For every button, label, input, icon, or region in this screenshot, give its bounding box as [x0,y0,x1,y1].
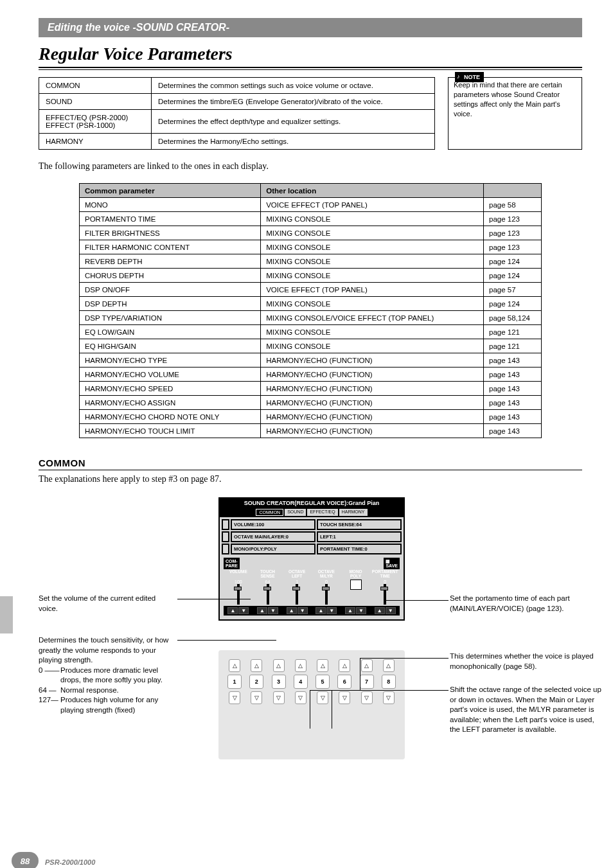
lcd-cell-touch: TOUCH SENSE:64 [317,519,402,530]
leader-line [177,599,251,599]
leader-line [310,690,449,691]
panel-up-button: △ [317,659,328,672]
compare-badge: COM- PARE [224,558,240,569]
linked-loc: HARMONY/ECHO (FUNCTION) [261,410,484,424]
linked-page: page 123 [484,212,542,226]
category-name: SOUND [39,94,152,110]
linked-page: page 143 [484,382,542,396]
slider-head: MONO POLY [341,569,371,578]
up-arrow-icon: ▲ [375,607,385,614]
linked-row: FILTER HARMONIC CONTENTMIXING CONSOLEpag… [80,240,542,254]
slider-head: VOLUME [224,569,253,578]
category-row: HARMONYDetermines the Harmony/Echo setti… [39,134,435,150]
panel-up-button: △ [273,659,285,672]
category-desc: Determines the timbre/EG (Envelope Gener… [152,94,435,110]
linked-row: REVERB DEPTHMIXING CONSOLEpage 124 [80,254,542,269]
callout-octave-text: Shift the octave range of the selected v… [450,686,601,733]
linked-head-param: Common parameter [80,184,261,198]
down-arrow-icon: ▼ [356,607,366,614]
linked-loc: MIXING CONSOLE [261,325,484,339]
callout-portamento: Set the portamento time of each part (MA… [450,594,604,614]
touch-list-item: 127—Produces high volume for any playing… [39,695,173,715]
page-title: Regular Voice Parameters [39,44,582,64]
linked-page: page 123 [484,226,542,240]
title-rule: Regular Voice Parameters [39,44,582,68]
physical-panel: △1▽△2▽△3▽△4▽△5▽△6▽△7▽△8▽ [218,650,405,759]
linked-loc: MIXING CONSOLE [261,297,484,311]
slider: MONO POLY [341,578,371,606]
category-name: EFFECT/EQ (PSR-2000) EFFECT (PSR-1000) [39,110,152,134]
linked-page: page 121 [484,339,542,353]
touch-list-text: Produces more dramatic level drops, the … [60,666,173,686]
panel-down-button: ▽ [229,691,240,704]
slider: 100 [224,578,253,606]
linked-page: page 143 [484,396,542,410]
updown-group: ▲▼ [224,607,253,614]
linked-page: page 121 [484,325,542,339]
touch-list-num: 64 — [39,686,60,696]
linked-intro: The following parameters are linked to t… [39,161,582,172]
linked-loc: MIXING CONSOLE [261,212,484,226]
panel-button-group: △2▽ [248,659,265,704]
panel-number-button: 6 [337,675,351,689]
panel-down-button: ▽ [295,691,306,704]
section-heading-common: COMMON [39,457,582,470]
lcd-cell-left: LEFT:1 [317,531,402,542]
linked-param: EQ LOW/GAIN [80,325,261,339]
leader-line [310,690,310,729]
panel-number-button: 1 [227,675,242,689]
callout-volume-text: Set the volume of the current edited voi… [39,594,155,612]
linked-loc: HARMONY/ECHO (FUNCTION) [261,368,484,382]
linked-page: page 124 [484,297,542,311]
panel-button-group: △6▽ [336,659,353,704]
chapter-header: Editing the voice -SOUND CREATOR- [39,18,582,37]
side-tab [0,596,13,633]
panel-button-group: △7▽ [359,659,375,704]
lcd-title: SOUND CREATOR(REGULAR VOICE):Grand Pian [220,499,404,508]
linked-page: page 143 [484,410,542,424]
panel-down-button: ▽ [339,691,350,704]
updown-group: ▲▼ [370,607,400,614]
linked-param: PORTAMENTO TIME [80,212,261,226]
slider-track [267,584,269,605]
updown-group: ▲▼ [282,607,312,614]
section-intro: The explanations here apply to step #3 o… [39,474,582,484]
panel-up-button: △ [295,659,306,672]
linked-param: MONO [80,198,261,212]
touch-list-num: 127— [39,695,60,715]
slider-track [384,584,386,605]
lcd-row-stub [222,544,229,554]
slider-value: 1 [296,580,298,584]
linked-loc: MIXING CONSOLE [261,254,484,269]
linked-row: HARMONY/ECHO TOUCH LIMITHARMONY/ECHO (FU… [80,424,542,438]
touch-list-num: 0 —— [39,666,60,686]
panel-down-button: ▽ [317,691,328,704]
lcd-tab-harmony: HARMONY [339,509,368,516]
slider-head: OCTAVE LEFT [282,569,312,578]
slider-value: 0 [384,580,386,584]
linked-param: FILTER BRIGHTNESS [80,226,261,240]
callout-mono: This determines whether the voice is pla… [450,651,604,671]
category-desc: Determines the Harmony/Echo settings. [152,134,435,150]
linked-param: DSP DEPTH [80,297,261,311]
slider-head: TOUCH SENSE [253,569,283,578]
linked-loc: HARMONY/ECHO (FUNCTION) [261,353,484,368]
panel-button-group: △5▽ [314,659,331,704]
touch-list-text: Normal response. [60,686,119,696]
callout-mono-text: This determines whether the voice is pla… [450,652,594,670]
leader-line [360,658,449,659]
down-arrow-icon: ▼ [326,607,337,614]
up-arrow-icon: ▲ [315,607,326,614]
panel-number-button: 2 [249,675,263,689]
linked-row: EQ HIGH/GAINMIXING CONSOLEpage 121 [80,339,542,353]
category-table: COMMONDetermines the common settings suc… [39,77,435,150]
slider-head: PORTAMENT TIME [370,569,400,578]
linked-param: HARMONY/ECHO TYPE [80,353,261,368]
category-name: COMMON [39,78,152,94]
linked-param: HARMONY/ECHO CHORD NOTE ONLY [80,410,261,424]
note-label: NOTE [455,72,484,82]
touch-list-item: 64 —Normal response. [39,686,173,696]
lcd-tabs: COMMON SOUND EFFECT/EQ HARMONY [220,508,404,517]
slider-track [325,584,328,605]
panel-down-button: ▽ [251,691,262,704]
